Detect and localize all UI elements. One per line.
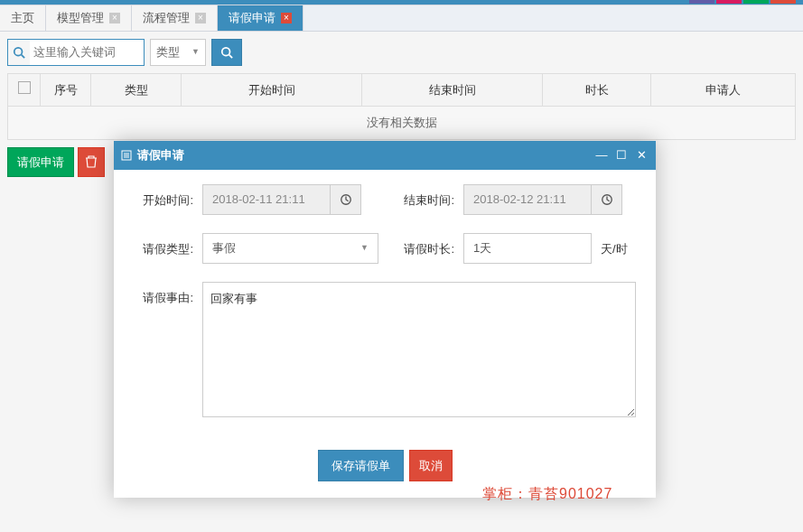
form-icon bbox=[121, 150, 132, 161]
chevron-down-icon: ▼ bbox=[360, 242, 369, 255]
save-button[interactable]: 保存请假单 bbox=[318, 450, 404, 482]
start-time-input[interactable] bbox=[202, 184, 361, 215]
reason-label: 请假事由: bbox=[128, 282, 193, 307]
duration-input[interactable] bbox=[463, 233, 592, 264]
duration-unit: 天/时 bbox=[601, 233, 628, 264]
watermark: 掌柜：青苔901027 bbox=[482, 483, 612, 505]
leave-dialog: 请假申请 — ☐ ✕ 开始时间: 结束时间: bbox=[114, 141, 656, 498]
cancel-button[interactable]: 取消 bbox=[409, 450, 453, 482]
end-time-field[interactable] bbox=[464, 185, 591, 214]
modal-overlay: 请假申请 — ☐ ✕ 开始时间: 结束时间: bbox=[0, 0, 803, 532]
dialog-titlebar[interactable]: 请假申请 — ☐ ✕ bbox=[114, 141, 656, 170]
clock-icon[interactable] bbox=[591, 185, 621, 214]
end-time-input[interactable] bbox=[463, 184, 622, 215]
start-time-label: 开始时间: bbox=[128, 184, 193, 215]
leave-type-label: 请假类型: bbox=[128, 233, 193, 264]
reason-textarea[interactable] bbox=[202, 282, 636, 417]
close-icon[interactable]: ✕ bbox=[634, 146, 649, 164]
duration-label: 请假时长: bbox=[389, 233, 454, 264]
leave-type-select[interactable]: 事假▼ bbox=[202, 233, 378, 264]
minimize-icon[interactable]: — bbox=[594, 146, 609, 164]
maximize-icon[interactable]: ☐ bbox=[614, 146, 629, 164]
end-time-label: 结束时间: bbox=[389, 184, 454, 215]
clock-icon[interactable] bbox=[330, 185, 360, 214]
dialog-title: 请假申请 bbox=[137, 146, 184, 164]
start-time-field[interactable] bbox=[203, 185, 330, 214]
